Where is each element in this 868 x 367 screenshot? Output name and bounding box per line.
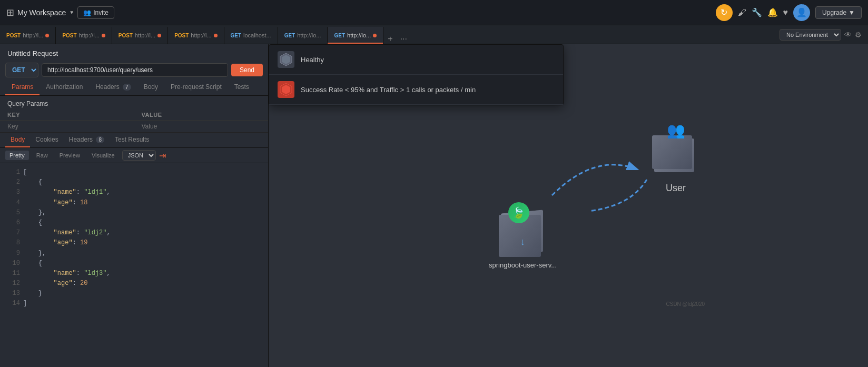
new-tab-button[interactable]: + (383, 34, 397, 44)
response-sub-tabs: Body Cookies Headers 8 Test Results (0, 133, 268, 148)
watermark: CSDN @ldj2020 (666, 301, 705, 307)
tab-7-url: http://lo... (347, 32, 371, 38)
code-line-9: 9 }, (7, 249, 261, 259)
tab-7[interactable]: GET http://lo... (328, 27, 383, 44)
tab-2-dot (102, 34, 105, 37)
tab-1[interactable]: POST http://l... (0, 27, 56, 44)
resp-tab-headers[interactable]: Headers 8 (64, 133, 110, 147)
query-params-label: Query Params (0, 96, 268, 110)
bell-icon[interactable]: 🔔 (767, 7, 778, 17)
code-line-8: 8 "age": 19 (7, 238, 261, 248)
code-area: 1 [ 2 { 3 "name": "ldj1", 4 "age": 18 5 … (0, 163, 268, 367)
params-value-cell[interactable] (134, 121, 269, 133)
code-line-14: 14 ] (7, 299, 261, 309)
tools-icon[interactable]: 🔧 (752, 7, 762, 17)
code-line-10: 10 { (7, 259, 261, 269)
springboot-label: springboot-user-serv... (489, 261, 557, 269)
code-line-5: 5 }, (7, 208, 261, 218)
format-raw[interactable]: Raw (32, 151, 52, 160)
tab-3[interactable]: POST http://l... (112, 27, 168, 44)
springboot-cube: 🍃 ↓ (497, 202, 549, 255)
tab-tests[interactable]: Tests (228, 80, 255, 95)
avatar[interactable]: 👤 (793, 4, 810, 21)
send-button[interactable]: Send (231, 64, 263, 76)
health-dropdown: Healthy Success Rate < 95% and Traffic >… (269, 44, 564, 105)
url-input[interactable] (42, 63, 228, 77)
workspace-name: My Workspace (17, 8, 66, 17)
tab-6-method: GET (284, 33, 295, 38)
tab-body[interactable]: Body (137, 80, 164, 95)
params-table: KEY VALUE (0, 110, 268, 133)
dropdown-item-error[interactable]: Success Rate < 95% and Traffic > 1 calls… (269, 75, 563, 105)
user-icon-container: 👥 (652, 132, 699, 178)
user-cube-face (652, 135, 692, 169)
invite-button[interactable]: 👥 Invite (77, 6, 114, 19)
tab-5[interactable]: GET localhost... (224, 27, 278, 44)
user-label: User (652, 183, 699, 194)
eye-icon[interactable]: 👁 (844, 31, 852, 39)
code-line-1: 1 [ (7, 167, 261, 177)
tab-1-dot (45, 34, 49, 37)
tab-2[interactable]: POST http://l... (56, 27, 112, 44)
heart-icon[interactable]: ♥ (783, 8, 788, 17)
format-visualize[interactable]: Visualize (87, 151, 119, 160)
tab-2-method: POST (62, 33, 76, 38)
tab-7-dot (373, 34, 377, 37)
upgrade-button[interactable]: Upgrade ▼ (815, 6, 862, 19)
tab-headers[interactable]: Headers 7 (89, 80, 137, 95)
healthy-icon (278, 51, 294, 68)
main-content: Untitled Request GET Send Params Authori… (0, 44, 868, 367)
code-line-6: 6 { (7, 218, 261, 228)
tab-pre-request-script[interactable]: Pre-request Script (164, 80, 228, 95)
download-arrow-icon: ↓ (520, 236, 525, 247)
workspace-dropdown-arrow[interactable]: ▼ (69, 9, 74, 15)
code-line-3: 3 "name": "ldj1", (7, 187, 261, 197)
tab-4-dot (214, 34, 218, 37)
user-people-icon: 👥 (667, 122, 685, 139)
format-pretty[interactable]: Pretty (5, 151, 29, 160)
arch-inner: 🍃 ↓ springboot-user-serv... (447, 101, 710, 311)
upgrade-dropdown-arrow: ▼ (849, 9, 855, 16)
tab-params[interactable]: Params (5, 80, 40, 95)
tab-6[interactable]: GET http://lo... (278, 27, 328, 44)
code-line-13: 13 } (7, 289, 261, 299)
healthy-text: Healthy (301, 56, 324, 64)
tab-1-url: http://l... (23, 32, 43, 38)
format-preview[interactable]: Preview (55, 151, 84, 160)
resp-tab-test-results[interactable]: Test Results (110, 133, 154, 147)
wrap-button[interactable]: ⇥ (159, 151, 166, 161)
tab-3-url: http://l... (135, 32, 155, 38)
sync-icon[interactable]: ↻ (716, 4, 733, 21)
tab-3-dot (157, 34, 161, 37)
col-key-header: KEY (0, 110, 134, 121)
tab-1-method: POST (6, 33, 21, 38)
resp-tab-cookies[interactable]: Cookies (30, 133, 63, 147)
params-key-input[interactable] (7, 123, 127, 130)
tabs-bar: POST http://l... POST http://l... POST h… (0, 25, 868, 44)
body-format-bar: Pretty Raw Preview Visualize JSON ⇥ (0, 148, 268, 163)
env-select[interactable]: No Environment (780, 29, 841, 41)
tab-4-url: http://l... (191, 32, 211, 38)
brush-icon[interactable]: 🖌 (738, 8, 746, 17)
resp-tab-body[interactable]: Body (5, 133, 30, 147)
left-panel: Untitled Request GET Send Params Authori… (0, 44, 269, 367)
tab-5-method: GET (231, 33, 242, 38)
user-cube: 👥 (652, 132, 699, 174)
code-line-7: 7 "name": "ldj2", (7, 228, 261, 238)
settings-icon[interactable]: ⚙ (855, 31, 862, 39)
params-value-input[interactable] (142, 123, 261, 130)
method-select[interactable]: GET (5, 63, 38, 77)
tab-2-url: http://l... (79, 32, 100, 38)
params-key-cell[interactable] (0, 121, 134, 133)
header-left: ⊞ My Workspace ▼ 👥 Invite (6, 6, 114, 19)
tab-authorization[interactable]: Authorization (40, 80, 89, 95)
tab-4[interactable]: POST http://l... (168, 27, 224, 44)
healthy-hexagon-svg (279, 52, 293, 67)
tab-6-url: http://lo... (297, 32, 321, 38)
code-line-2: 2 { (7, 177, 261, 187)
dropdown-item-healthy[interactable]: Healthy (269, 45, 563, 75)
user-node: 👥 User (652, 132, 699, 194)
error-text: Success Rate < 95% and Traffic > 1 calls… (301, 86, 476, 94)
format-type-select[interactable]: JSON (122, 150, 156, 161)
tabs-more-button[interactable]: ··· (397, 34, 410, 44)
